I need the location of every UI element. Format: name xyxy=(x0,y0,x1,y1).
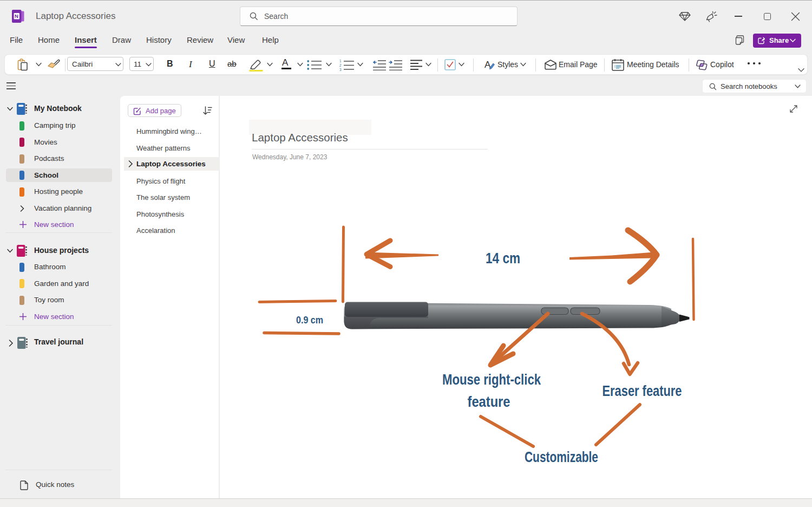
svg-text:3: 3 xyxy=(339,68,342,71)
svg-text:Eraser feature: Eraser feature xyxy=(603,383,682,399)
svg-text:0.9 cm: 0.9 cm xyxy=(296,314,323,326)
svg-text:Mouse right-click: Mouse right-click xyxy=(442,372,541,388)
svg-text:Customizable: Customizable xyxy=(525,449,598,465)
svg-text:14 cm: 14 cm xyxy=(486,250,520,266)
svg-text:1: 1 xyxy=(339,59,342,63)
svg-text:2: 2 xyxy=(339,63,342,67)
svg-text:feature: feature xyxy=(468,394,510,410)
svg-text:N: N xyxy=(15,13,18,19)
